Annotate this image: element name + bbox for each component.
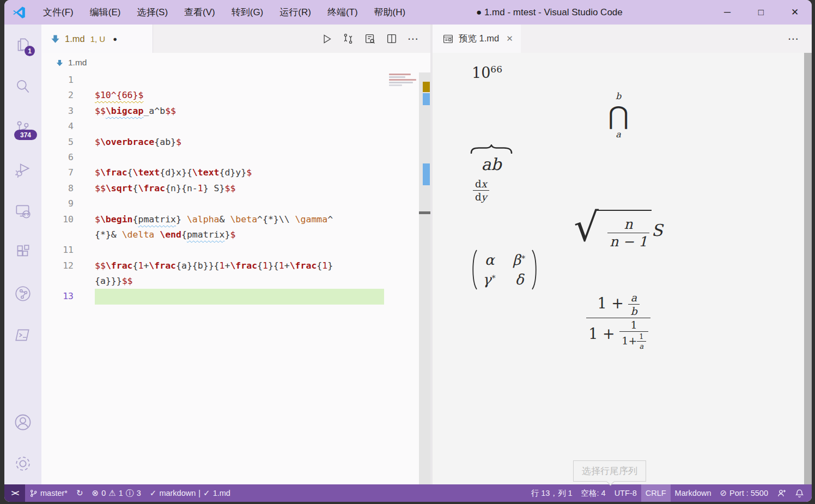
pow-exponent: 66 [490, 64, 502, 75]
code-row[interactable]: 5$\overbrace{ab}$ [41, 135, 388, 150]
code-line-text[interactable] [95, 150, 384, 165]
notifications-status[interactable] [790, 484, 812, 502]
close-button[interactable]: ✕ [778, 0, 812, 25]
breadcrumb-filename[interactable]: 1.md [68, 58, 87, 68]
menu-help[interactable]: 帮助(H) [366, 0, 414, 25]
code-row[interactable]: 7$\frac{\text{d}x}{\text{d}y}$ [41, 165, 388, 180]
overview-ruler[interactable] [419, 72, 430, 484]
line-number: 11 [41, 242, 95, 258]
more-actions-icon[interactable]: ⋯ [788, 36, 812, 41]
code-row[interactable]: 6 [41, 150, 388, 165]
window-title: ● 1.md - mtest - Visual Studio Code [476, 7, 623, 18]
lint-status[interactable]: ✓ markdown | ✓ 1.md [145, 484, 235, 502]
line-number: 2 [41, 88, 95, 103]
breadcrumb[interactable]: 1.md [41, 53, 430, 72]
minimap[interactable] [388, 72, 419, 97]
run-icon[interactable] [321, 33, 332, 45]
menu-view[interactable]: 查看(V) [176, 0, 223, 25]
menu-go[interactable]: 转到(G) [223, 0, 272, 25]
language-mode-status[interactable]: Markdown [671, 484, 716, 502]
warning-marker [423, 82, 430, 92]
code-row[interactable]: 10$\begin{pmatrix} \alpha& \beta^{*}\\ \… [41, 212, 388, 227]
preview-scrollbar[interactable] [804, 53, 812, 484]
menu-edit[interactable]: 编辑(E) [82, 0, 129, 25]
sync-status[interactable]: ↻ [72, 484, 88, 502]
live-server-port-status[interactable]: ⊘ Port : 5500 [715, 484, 773, 502]
eol-status[interactable]: CRLF [641, 484, 671, 502]
overbrace-icon [470, 144, 513, 154]
line-number: 7 [41, 165, 95, 180]
line-number: 9 [41, 196, 95, 211]
search-icon[interactable] [4, 66, 41, 107]
code-line-text[interactable] [95, 242, 384, 258]
feedback-status[interactable] [773, 484, 790, 502]
encoding-status[interactable]: UTF-8 [610, 484, 641, 502]
tab-1md[interactable]: 1.md 1, U ● [41, 25, 153, 53]
menu-terminal[interactable]: 终端(T) [319, 0, 366, 25]
settings-gear-icon[interactable] [4, 443, 41, 484]
code-line-text[interactable]: $$\sqrt{\frac{n}{n-1} S}$$ [95, 181, 384, 196]
code-row[interactable]: 3$$\bigcap_a^b$$ [41, 104, 388, 119]
split-editor-icon[interactable] [386, 33, 398, 45]
code-row[interactable]: 2$10^{66}$ [41, 88, 388, 103]
git-graph-icon[interactable] [4, 273, 41, 314]
bigcap-upper: b [433, 92, 804, 101]
preview-tab-label: 预览 1.md [459, 33, 499, 45]
menu-bar: 文件(F) 编辑(E) 选择(S) 查看(V) 转到(G) 运行(R) 终端(T… [35, 0, 413, 25]
menu-run[interactable]: 运行(R) [271, 0, 319, 25]
run-debug-icon[interactable] [4, 149, 41, 190]
right-paren-icon [531, 249, 539, 290]
code-row[interactable]: 4 [41, 119, 388, 134]
formula-bigcap: b ⋂ a [433, 92, 804, 139]
code-line-text[interactable]: $$\bigcap_a^b$$ [95, 104, 384, 119]
menu-file[interactable]: 文件(F) [35, 0, 82, 25]
overbrace-body: ab [470, 155, 513, 174]
code-line-text[interactable]: $\frac{\text{d}x}{\text{d}y}$ [95, 165, 384, 180]
problems-status[interactable]: ⊗ 0 ⚠ 1 ⓘ 3 [88, 484, 145, 502]
scrollbar-thumb-edge[interactable] [419, 211, 430, 214]
code-line-text[interactable] [95, 196, 384, 211]
open-preview-icon[interactable] [364, 33, 376, 45]
dirty-indicator[interactable]: ● [113, 35, 117, 43]
code-row[interactable]: 11 [41, 242, 388, 258]
extensions-icon[interactable] [4, 232, 41, 273]
code-row[interactable]: 1 [41, 72, 388, 88]
more-actions-icon[interactable]: ⋯ [408, 36, 419, 41]
code-line-text[interactable]: $$\frac{1+\frac{a}{b}}{1+\frac{1}{1+\fra… [95, 258, 384, 274]
code-row[interactable]: {*}& \delta \end{pmatrix}$ [41, 227, 388, 242]
git-branch-status[interactable]: master* [25, 484, 72, 502]
source-control-icon[interactable]: 374 [4, 107, 41, 149]
editor-pane[interactable]: 12$10^{66}$3$$\bigcap_a^b$$45$\overbrace… [41, 72, 430, 484]
remote-explorer-icon[interactable] [4, 190, 41, 232]
editor-group: 1.md 1, U ● ⋯ 1.md 12$10^{66}$3$$\bigcap… [41, 25, 430, 484]
eol-tooltip-text: 选择行尾序列 [582, 466, 637, 476]
code-line-text[interactable]: {a}}}$$ [95, 274, 384, 289]
code-line-text[interactable] [95, 72, 384, 88]
indentation-status[interactable]: 空格: 4 [577, 484, 610, 502]
explorer-icon[interactable]: 1 [4, 25, 41, 66]
code-row[interactable]: 12$$\frac{1+\frac{a}{b}}{1+\frac{1}{1+\f… [41, 258, 388, 274]
editor-actions: ⋯ [153, 25, 430, 53]
code-row[interactable]: {a}}}$$ [41, 274, 388, 289]
open-changes-icon[interactable] [342, 33, 354, 45]
cursor-position-status[interactable]: 行 13，列 1 [527, 484, 577, 502]
line-number: 6 [41, 150, 95, 165]
sync-icon: ↻ [76, 488, 83, 498]
code-line-text[interactable]: $\begin{pmatrix} \alpha& \beta^{*}\\ \ga… [95, 212, 384, 227]
code-line-text[interactable] [95, 289, 384, 304]
code-line-text[interactable]: $10^{66}$ [95, 88, 384, 103]
minimize-button[interactable]: ─ [710, 0, 744, 25]
remote-indicator[interactable]: >< [4, 484, 25, 502]
terminal-icon[interactable] [4, 314, 41, 356]
code-line-text[interactable] [95, 119, 384, 134]
maximize-button[interactable]: □ [744, 0, 778, 25]
menu-selection[interactable]: 选择(S) [129, 0, 176, 25]
code-row[interactable]: 8$$\sqrt{\frac{n}{n-1} S}$$ [41, 181, 388, 196]
account-icon[interactable] [4, 402, 41, 443]
close-icon[interactable]: ✕ [506, 34, 513, 44]
code-line-text[interactable]: $\overbrace{ab}$ [95, 135, 384, 150]
code-row[interactable]: 9 [41, 196, 388, 211]
code-row[interactable]: 13 [41, 289, 388, 304]
preview-tab[interactable]: 预览 1.md ✕ [433, 25, 521, 53]
code-line-text[interactable]: {*}& \delta \end{pmatrix}$ [95, 227, 384, 242]
